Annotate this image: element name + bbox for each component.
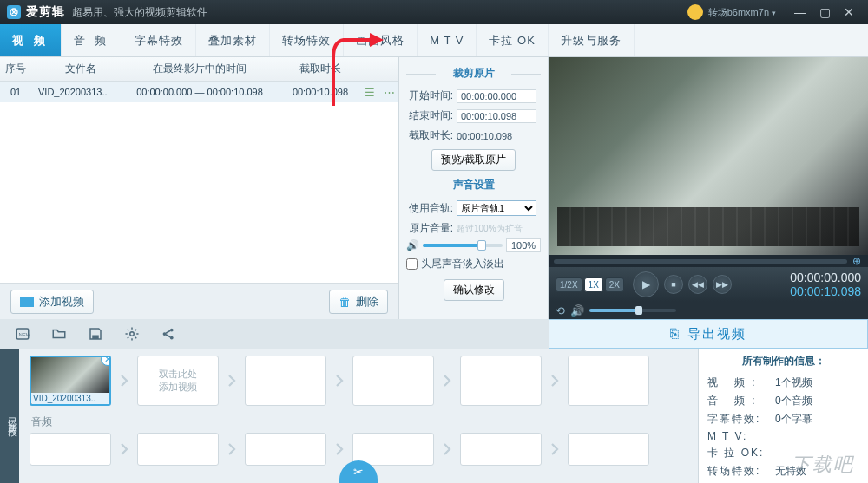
next-frame-button[interactable]: ▶▶ bbox=[713, 275, 732, 294]
th-dur: 截取时长 bbox=[277, 62, 364, 76]
audio-track-select[interactable]: 原片音轨1 bbox=[457, 200, 536, 216]
preview-volume-slider[interactable] bbox=[589, 309, 676, 312]
maximize-button[interactable]: ▢ bbox=[812, 3, 837, 21]
crop-title: 裁剪原片 bbox=[406, 66, 541, 81]
cell-no: 01 bbox=[0, 87, 31, 97]
empty-video-slot[interactable] bbox=[460, 356, 542, 406]
cell-time: 00:00:00.000 — 00:00:10.098 bbox=[122, 87, 277, 97]
user-avatar[interactable] bbox=[687, 4, 703, 20]
th-no: 序号 bbox=[0, 62, 31, 76]
cell-dur: 00:00:10.098 bbox=[277, 87, 364, 97]
preview-crop-button[interactable]: 预览/截取原片 bbox=[431, 149, 516, 171]
audio-title: 声音设置 bbox=[406, 178, 541, 193]
svg-rect-3 bbox=[92, 336, 99, 340]
delete-label: 删除 bbox=[356, 294, 378, 310]
preview-panel: ⊕ 1/2X 1X 2X ▶ ■ ◀◀ ▶▶ 00:00:00.000 00:0… bbox=[549, 57, 868, 319]
chevron-right-icon bbox=[547, 373, 562, 388]
track-label: 使用音轨: bbox=[406, 201, 453, 216]
th-file: 文件名 bbox=[31, 62, 122, 76]
delete-button[interactable]: 🗑 删除 bbox=[329, 290, 388, 314]
user-menu[interactable]: 转场b6mxm7n bbox=[708, 6, 776, 19]
empty-audio-slot[interactable] bbox=[245, 433, 326, 466]
timecode-current: 00:00:00.000 bbox=[790, 271, 861, 284]
tab-subtitle[interactable]: 字幕特效 bbox=[122, 24, 196, 56]
chevron-right-icon bbox=[224, 373, 240, 388]
export-icon: ⎘ bbox=[670, 326, 681, 342]
save-project-button[interactable] bbox=[87, 325, 104, 343]
th-time: 在最终影片中的时间 bbox=[122, 62, 277, 76]
crop-dur-label: 截取时长: bbox=[406, 128, 453, 143]
play-button[interactable]: ▶ bbox=[633, 271, 659, 297]
tab-mtv[interactable]: M T V bbox=[418, 24, 477, 56]
speed-half-button[interactable]: 1/2X bbox=[556, 277, 582, 292]
open-project-button[interactable] bbox=[50, 325, 68, 343]
chevron-right-icon bbox=[224, 441, 240, 457]
video-clip-1[interactable]: ✕ VID_20200313.. bbox=[30, 356, 111, 406]
end-time-label: 结束时间: bbox=[406, 108, 453, 123]
svg-text:NEW: NEW bbox=[19, 332, 31, 337]
new-project-button[interactable]: NEW bbox=[14, 325, 31, 343]
tab-karaoke[interactable]: 卡拉 OK bbox=[477, 24, 548, 56]
chevron-right-icon bbox=[116, 373, 132, 388]
export-label: 导出视频 bbox=[687, 326, 746, 343]
chevron-right-icon bbox=[439, 373, 455, 388]
tab-upgrade[interactable]: 升级与服务 bbox=[549, 24, 635, 56]
volume-slider[interactable] bbox=[423, 244, 503, 247]
toolstrip: NEW ⎘ 导出视频 bbox=[0, 319, 868, 349]
tab-transition[interactable]: 转场特效 bbox=[270, 24, 344, 56]
crop-dur-value: 00:00:10.098 bbox=[457, 131, 512, 141]
volume-icon[interactable]: 🔊 bbox=[570, 304, 584, 317]
titlebar: 爱剪辑 超易用、强大的视频剪辑软件 转场b6mxm7n — ▢ ✕ bbox=[0, 0, 868, 24]
audio-row-label: 音频 bbox=[30, 411, 687, 433]
empty-audio-slot[interactable] bbox=[30, 433, 111, 466]
empty-audio-slot[interactable] bbox=[460, 433, 542, 466]
export-video-button[interactable]: ⎘ 导出视频 bbox=[549, 319, 868, 349]
chevron-right-icon bbox=[547, 441, 562, 457]
volume-value[interactable]: 100% bbox=[506, 238, 541, 252]
added-clips-label: 已添加片段 bbox=[0, 349, 19, 483]
zoom-in-icon[interactable]: ⊕ bbox=[851, 255, 863, 267]
table-header: 序号 文件名 在最终影片中的时间 截取时长 bbox=[0, 57, 398, 82]
empty-audio-slot[interactable] bbox=[568, 433, 649, 466]
clip-caption: VID_20200313.. bbox=[31, 393, 109, 404]
empty-video-slot[interactable]: 双击此处 添加视频 bbox=[137, 356, 219, 406]
close-button[interactable]: ✕ bbox=[837, 3, 861, 21]
confirm-button[interactable]: 确认修改 bbox=[444, 279, 504, 301]
row-options-button[interactable]: ☰ ⋯ bbox=[364, 86, 398, 99]
film-icon bbox=[20, 297, 34, 307]
empty-video-slot[interactable] bbox=[568, 356, 649, 406]
speed-2x-button[interactable]: 2X bbox=[605, 277, 624, 292]
trash-icon: 🗑 bbox=[339, 295, 351, 309]
tab-video[interactable]: 视 频 bbox=[0, 24, 62, 56]
share-button[interactable] bbox=[160, 325, 177, 343]
app-logo bbox=[7, 5, 21, 19]
start-time-input[interactable]: 00:00:00.000 bbox=[457, 89, 536, 103]
tab-overlay[interactable]: 叠加素材 bbox=[196, 24, 270, 56]
empty-video-slot[interactable] bbox=[245, 356, 326, 406]
tab-style[interactable]: 画面风格 bbox=[344, 24, 418, 56]
prev-frame-button[interactable]: ◀◀ bbox=[688, 275, 707, 294]
crop-audio-panel: 裁剪原片 开始时间:00:00:00.000 结束时间:00:00:10.098… bbox=[399, 57, 549, 319]
video-preview[interactable] bbox=[549, 57, 868, 255]
end-time-input[interactable]: 00:00:10.098 bbox=[457, 109, 536, 123]
speed-1x-button[interactable]: 1X bbox=[584, 277, 603, 292]
timecode-total: 00:00:10.098 bbox=[790, 284, 861, 298]
progress-bar[interactable]: ⊕ bbox=[549, 255, 868, 267]
rotate-icon[interactable]: ⟲ bbox=[556, 304, 565, 317]
empty-video-slot[interactable] bbox=[352, 356, 434, 406]
stop-button[interactable]: ■ bbox=[664, 275, 683, 294]
vol-label: 原片音量: bbox=[406, 221, 453, 236]
add-video-button[interactable]: 添加视频 bbox=[10, 290, 94, 314]
minimize-button[interactable]: — bbox=[788, 3, 812, 21]
tab-audio[interactable]: 音 频 bbox=[62, 24, 123, 56]
fade-checkbox[interactable]: 头尾声音淡入淡出 bbox=[406, 257, 541, 271]
table-row[interactable]: 01 VID_20200313.. 00:00:00.000 — 00:00:1… bbox=[0, 82, 398, 102]
main-tabs: 视 频 音 频 字幕特效 叠加素材 转场特效 画面风格 M T V 卡拉 OK … bbox=[0, 24, 868, 57]
clip-table-panel: 序号 文件名 在最终影片中的时间 截取时长 01 VID_20200313.. … bbox=[0, 57, 399, 319]
player-controls: 1/2X 1X 2X ▶ ■ ◀◀ ▶▶ 00:00:00.000 00:00:… bbox=[549, 267, 868, 302]
speaker-icon[interactable]: 🔊 bbox=[406, 239, 419, 251]
app-name: 爱剪辑 bbox=[26, 4, 65, 20]
svg-point-4 bbox=[130, 332, 135, 336]
settings-button[interactable] bbox=[123, 325, 141, 343]
empty-audio-slot[interactable] bbox=[137, 433, 219, 466]
